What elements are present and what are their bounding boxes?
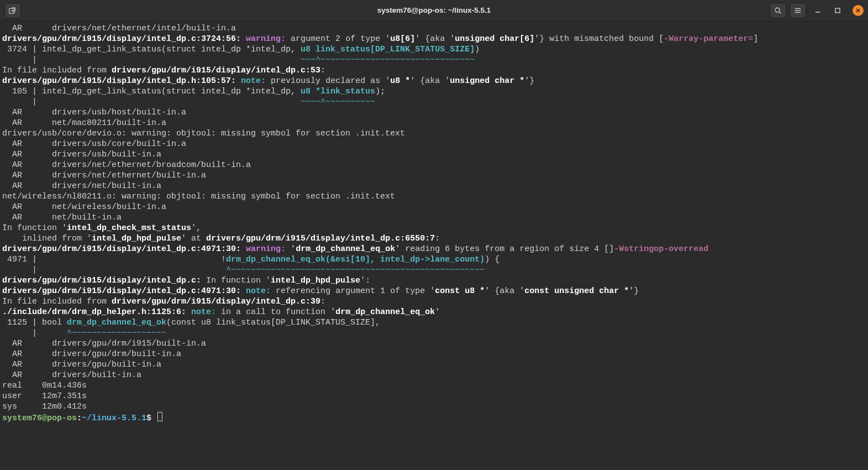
terminal-line: AR drivers/usb/host/built-in.a [2, 107, 866, 118]
maximize-button[interactable] [829, 3, 846, 18]
terminal-line: net/wireless/nl80211.o: warning: objtool… [2, 191, 866, 202]
terminal-line: In file included from drivers/gpu/drm/i9… [2, 296, 866, 307]
terminal-line: AR drivers/built-in.a [2, 370, 866, 380]
terminal-line: In function 'intel_dp_check_mst_status', [2, 223, 866, 233]
terminal-line: sys 12m0.412s [2, 401, 866, 412]
terminal-line: AR drivers/gpu/built-in.a [2, 359, 866, 370]
svg-rect-7 [835, 8, 840, 13]
terminal-line: drivers/usb/core/devio.o: warning: objto… [2, 128, 866, 139]
terminal-line: AR net/wireless/built-in.a [2, 202, 866, 212]
new-tab-button[interactable] [4, 3, 21, 18]
new-tab-icon [9, 7, 17, 14]
terminal-line: AR drivers/usb/built-in.a [2, 149, 866, 160]
window-title: system76@pop-os: ~/linux-5.5.1 [0, 6, 868, 14]
terminal-line: AR drivers/gpu/drm/i915/built-in.a [2, 338, 866, 349]
terminal-line: drivers/gpu/drm/i915/display/intel_dp.c:… [2, 244, 866, 254]
terminal-line: 3724 | intel_dp_get_link_status(struct i… [2, 44, 866, 55]
terminal-line: inlined from 'intel_dp_hpd_pulse' at dri… [2, 233, 866, 244]
terminal-line: real 0m14.436s [2, 380, 866, 391]
terminal-line: drivers/gpu/drm/i915/display/intel_dp.c:… [2, 286, 866, 296]
terminal-line: | ^~~~~~~~~~~~~~~~~~~~ [2, 328, 866, 338]
prompt-user: system76@pop-os [2, 414, 77, 423]
terminal-line: 4971 | !drm_dp_channel_eq_ok(&esi[10], i… [2, 254, 866, 265]
terminal-line: drivers/gpu/drm/i915/display/intel_dp.c:… [2, 34, 866, 44]
close-icon [855, 8, 861, 13]
terminal-line: AR drivers/usb/core/built-in.a [2, 139, 866, 149]
terminal-line: | ~~~^~~~~~~~~~~~~~~~~~~~~~~~~~~~~~~~ [2, 55, 866, 65]
terminal-line: ./include/drm/drm_dp_helper.h:1125:6: no… [2, 307, 866, 317]
terminal-line: In file included from drivers/gpu/drm/i9… [2, 65, 866, 76]
terminal-line: AR net/built-in.a [2, 212, 866, 223]
close-button[interactable] [853, 5, 864, 16]
search-button[interactable] [770, 3, 786, 18]
titlebar: system76@pop-os: ~/linux-5.5.1 [0, 0, 868, 21]
menu-button[interactable] [790, 3, 806, 18]
terminal-output[interactable]: AR drivers/net/ethernet/intel/built-in.a… [0, 21, 868, 470]
terminal-line: drivers/gpu/drm/i915/display/intel_dp.h:… [2, 76, 866, 86]
terminal-line: 1125 | bool drm_dp_channel_eq_ok(const u… [2, 317, 866, 328]
cursor [157, 412, 162, 421]
terminal-line: 105 | intel_dp_get_link_status(struct in… [2, 86, 866, 97]
minimize-button[interactable] [809, 3, 826, 18]
terminal-line: drivers/gpu/drm/i915/display/intel_dp.c:… [2, 275, 866, 286]
terminal-line: AR drivers/net/ethernet/broadcom/built-i… [2, 160, 866, 170]
prompt-path: ~/linux-5.5.1 [82, 414, 146, 423]
terminal-line: AR net/mac80211/built-in.a [2, 118, 866, 128]
terminal-line: | ^~~~~~~~~~~~~~~~~~~~~~~~~~~~~~~~~~~~~~… [2, 265, 866, 275]
svg-point-1 [775, 8, 780, 12]
terminal-line: AR drivers/net/ethernet/built-in.a [2, 170, 866, 181]
prompt-line[interactable]: system76@pop-os:~/linux-5.5.1$ [2, 412, 866, 424]
svg-line-2 [779, 12, 781, 13]
terminal-line: | ~~~~^~~~~~~~~~~ [2, 97, 866, 107]
terminal-line: user 12m7.351s [2, 391, 866, 401]
minimize-icon [814, 7, 821, 14]
search-icon [774, 7, 782, 14]
hamburger-icon [794, 7, 802, 14]
terminal-line: AR drivers/net/built-in.a [2, 181, 866, 191]
maximize-icon [834, 7, 841, 14]
terminal-line: AR drivers/net/ethernet/intel/built-in.a [2, 23, 866, 34]
terminal-window: system76@pop-os: ~/linux-5.5.1 [0, 0, 868, 470]
terminal-line: AR drivers/gpu/drm/built-in.a [2, 349, 866, 359]
